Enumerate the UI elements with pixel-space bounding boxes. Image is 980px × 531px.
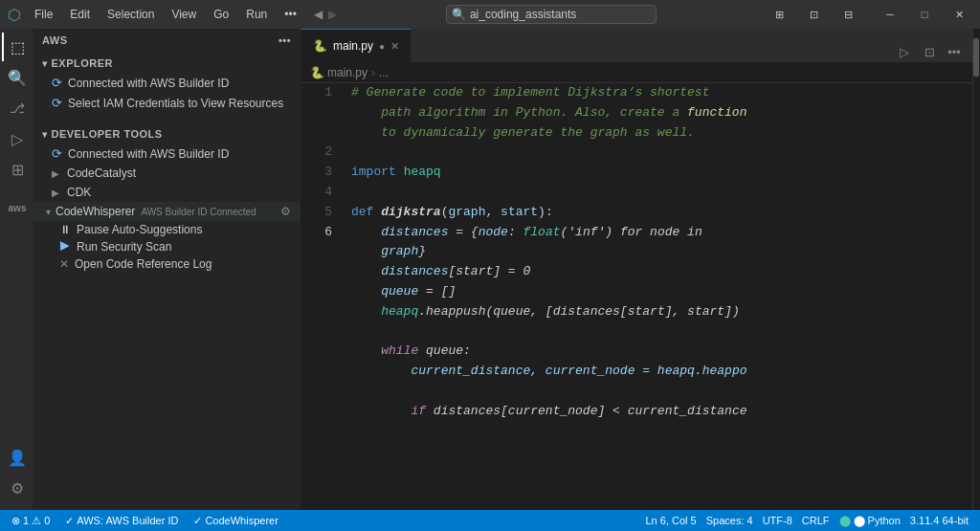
activity-extensions[interactable]: ⊞ xyxy=(2,155,31,184)
sidebar: AWS ••• ▾ Explorer ⟳ Connected with AWS … xyxy=(33,29,301,510)
error-count: 1 xyxy=(23,515,29,526)
code-line: to dynamically generate the graph as wel… xyxy=(351,123,972,144)
layout-btn-3[interactable]: ⊟ xyxy=(835,6,861,23)
aws-icon: aws xyxy=(9,203,27,213)
activity-aws[interactable]: aws xyxy=(2,193,31,222)
activity-explorer[interactable]: ⬚ xyxy=(2,33,31,61)
tab-actions: ▷ ⊡ ••• xyxy=(894,41,972,62)
statusbar-python-version[interactable]: 3.11.4 64-bit xyxy=(906,515,972,526)
menu-edit[interactable]: Edit xyxy=(62,6,98,23)
layout-btn-2[interactable]: ⊡ xyxy=(800,6,827,23)
codecatalyst-label: CodeCatalyst xyxy=(67,166,136,180)
codewhisperer-item[interactable]: ▾ CodeWhisperer AWS Builder ID Connected… xyxy=(33,202,301,221)
breadcrumb-file-icon: 🐍 xyxy=(310,66,324,79)
run-button[interactable]: ▷ xyxy=(894,41,915,62)
tab-close-button[interactable]: ✕ xyxy=(390,40,399,53)
minimap-scroll[interactable] xyxy=(973,38,979,77)
cdk-item[interactable]: ▶ CDK xyxy=(33,183,301,202)
statusbar-spaces[interactable]: Spaces: 4 xyxy=(702,515,757,526)
code-line xyxy=(351,143,972,163)
line-num xyxy=(301,382,332,402)
dev-connected-builder-item[interactable]: ⟳ Connected with AWS Builder ID xyxy=(33,144,301,164)
code-line: current_distance, current_node = heapq.h… xyxy=(351,362,972,382)
menu-file[interactable]: File xyxy=(27,6,60,23)
statusbar-aws-builder[interactable]: ✓ AWS: AWS Builder ID xyxy=(61,515,182,527)
menu-view[interactable]: View xyxy=(164,6,204,23)
python-version-label: 3.11.4 64-bit xyxy=(910,515,969,526)
connected-label: Connected with AWS Builder ID xyxy=(68,77,229,90)
connected-builder-item[interactable]: ⟳ Connected with AWS Builder ID xyxy=(33,73,301,93)
menu-go[interactable]: Go xyxy=(206,6,236,23)
statusbar-encoding[interactable]: UTF-8 xyxy=(759,515,796,526)
forward-button[interactable]: ▶ xyxy=(328,8,337,21)
main-layout: ⬚ 🔍 ⎇ ▷ ⊞ aws 👤 ⚙ AWS • xyxy=(0,29,980,510)
activity-bottom: 👤 ⚙ xyxy=(2,443,31,510)
line-num: 1 xyxy=(301,83,332,103)
line-num xyxy=(301,103,332,123)
minimize-button[interactable]: ─ xyxy=(877,6,903,23)
explorer-icon: ⬚ xyxy=(11,38,25,56)
code-lines[interactable]: # Generate code to implement Dijkstra’s … xyxy=(344,83,972,510)
statusbar-eol[interactable]: CRLF xyxy=(798,515,834,526)
close-button[interactable]: ✕ xyxy=(946,6,972,23)
code-line: def dijkstra(graph, start): xyxy=(351,203,972,223)
editor-area: 🐍 main.py ● ✕ ▷ ⊡ ••• 🐍 main.py › ... 12… xyxy=(301,29,972,510)
line-num xyxy=(301,342,332,362)
activity-debug[interactable]: ▷ xyxy=(2,124,31,153)
split-editor-button[interactable]: ⊡ xyxy=(919,41,940,62)
sidebar-header: AWS ••• xyxy=(33,29,301,52)
statusbar-codewhisperer[interactable]: ✓ CodeWhisperer xyxy=(189,515,281,527)
maximize-button[interactable]: □ xyxy=(911,6,938,23)
search-icon: 🔍 xyxy=(452,8,466,21)
pause-suggestions-item[interactable]: ⏸ Pause Auto-Suggestions xyxy=(33,221,301,238)
more-actions-button[interactable]: ••• xyxy=(944,41,965,62)
code-editor[interactable]: 123456# Generate code to implement Dijks… xyxy=(301,83,972,510)
cw-gear-icon[interactable]: ⚙ xyxy=(280,205,291,218)
search-input[interactable] xyxy=(446,5,657,24)
code-line: graph} xyxy=(351,242,972,262)
security-scan-icon: ⯈ xyxy=(59,240,71,254)
developer-tools-section: ▾ Developer Tools ⟳ Connected with AWS B… xyxy=(33,122,301,275)
statusbar-language[interactable]: ⬤ ⬤ Python xyxy=(835,515,904,527)
breadcrumb-sep: › xyxy=(371,66,375,79)
run-security-scan-item[interactable]: ⯈ Run Security Scan xyxy=(33,238,301,255)
back-button[interactable]: ◀ xyxy=(314,8,323,21)
aws-status-icon: ✓ xyxy=(65,515,74,527)
cw-status-label: CodeWhisperer xyxy=(205,515,278,526)
menu-run[interactable]: Run xyxy=(238,6,275,23)
tab-main-py[interactable]: 🐍 main.py ● ✕ xyxy=(301,29,412,62)
sidebar-more-icon[interactable]: ••• xyxy=(278,34,291,46)
activity-search[interactable]: 🔍 xyxy=(2,63,31,92)
explorer-section-label[interactable]: ▾ Explorer xyxy=(33,54,301,73)
menu-more[interactable]: ••• xyxy=(277,6,304,23)
dev-tools-label: Developer Tools xyxy=(52,128,163,140)
dev-connected-label: Connected with AWS Builder ID xyxy=(68,147,229,161)
dev-tools-chevron: ▾ xyxy=(42,129,48,140)
activity-settings[interactable]: ⚙ xyxy=(2,474,31,502)
breadcrumb-file[interactable]: 🐍 main.py xyxy=(310,66,368,79)
activity-account[interactable]: 👤 xyxy=(2,443,31,472)
codecatalyst-item[interactable]: ▶ CodeCatalyst xyxy=(33,164,301,183)
code-reference-log-item[interactable]: ✕ Open Code Reference Log xyxy=(33,255,301,273)
aws-status-label: AWS: AWS Builder ID xyxy=(77,515,178,526)
line-num: 5 xyxy=(301,203,332,223)
select-iam-item[interactable]: ⟳ Select IAM Credentials to View Resourc… xyxy=(33,93,301,113)
code-line: distances = {node: float('inf') for node… xyxy=(351,223,972,243)
error-icon: ⊗ xyxy=(11,515,20,527)
line-num: 2 xyxy=(301,143,332,163)
account-icon: 👤 xyxy=(8,449,27,467)
breadcrumb-symbol[interactable]: ... xyxy=(379,66,389,79)
statusbar-errors[interactable]: ⊗ 1 ⚠ 0 xyxy=(8,515,54,527)
line-num xyxy=(301,282,332,302)
layout-btn-1[interactable]: ⊞ xyxy=(766,6,792,23)
menu-selection[interactable]: Selection xyxy=(100,6,162,23)
dev-tools-section-label[interactable]: ▾ Developer Tools xyxy=(33,124,301,144)
titlebar: ⬡ File Edit Selection View Go Run ••• ◀ … xyxy=(0,0,980,29)
cursor-position: Ln 6, Col 5 xyxy=(646,515,697,526)
reference-log-icon: ✕ xyxy=(59,257,69,271)
iam-label: Select IAM Credentials to View Resources xyxy=(68,97,283,110)
statusbar-right: Ln 6, Col 5 Spaces: 4 UTF-8 CRLF ⬤ ⬤ Pyt… xyxy=(642,515,973,527)
statusbar-cursor[interactable]: Ln 6, Col 5 xyxy=(642,515,701,526)
code-line: if distances[current_node] < current_dis… xyxy=(351,402,972,422)
activity-git[interactable]: ⎇ xyxy=(2,94,31,122)
